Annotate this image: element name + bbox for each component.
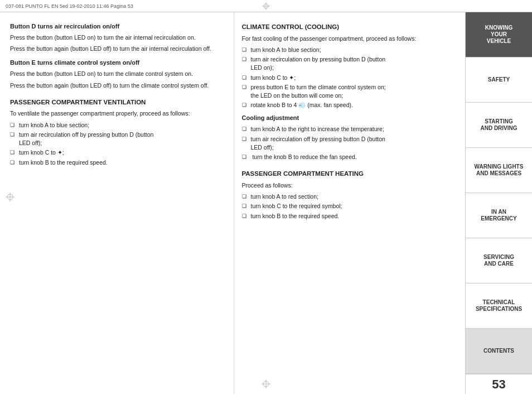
header-bar: 037-081 PUNTO FL EN 5ed 19-02-2010 11:46… [0, 0, 532, 12]
list-item: turn air recirculation off by pressing b… [10, 131, 226, 147]
climate-cooling-heading: CLIMATE CONTROL (cooling) [242, 22, 458, 32]
list-item: turn air recirculation off by pressing b… [242, 135, 458, 152]
page-number: 53 [466, 374, 532, 394]
left-column: Button D turns air recirculation on/off … [0, 12, 234, 394]
list-item: turn knob B to the required speed. [242, 212, 458, 220]
bottom-crosshair [262, 379, 270, 388]
ventilation-list: turn knob A to blue section; turn air re… [10, 121, 226, 167]
ventilation-heading: PASSENGER COMPARTMENT VENTILATION [10, 98, 226, 107]
button-e-para2: Press the button again (button LED off) … [10, 81, 226, 90]
list-item: turn knob B to the required speed. [10, 158, 226, 167]
list-item: turn the knob B to reduce the fan speed. [242, 153, 458, 161]
button-d-title: Button D turns air recirculation on/off [10, 22, 226, 31]
list-item: turn knob C to ✦; [242, 74, 458, 82]
sidebar-item-emergency[interactable]: IN ANEMERGENCY [466, 193, 532, 238]
heating-list: turn knob A to red section; turn knob C … [242, 193, 458, 220]
button-d-para1: Press the button (button LED on) to turn… [10, 33, 226, 42]
list-item: turn knob A to the right to increase the… [242, 125, 458, 133]
left-crosshair [6, 193, 14, 201]
sidebar-item-warning[interactable]: WARNING LIGHTSAND MESSAGES [466, 148, 532, 193]
list-item: rotate knob B to 4 💨 (max. fan speed). [242, 101, 458, 109]
ventilation-intro: To ventilate the passenger compartment p… [10, 109, 226, 118]
list-item: turn knob A to red section; [242, 193, 458, 201]
climate-cooling-intro: For fast cooling of the passenger compar… [242, 35, 458, 43]
sidebar-item-safety[interactable]: SAFETY [466, 57, 532, 103]
page-wrapper: 037-081 PUNTO FL EN 5ed 19-02-2010 11:46… [0, 0, 532, 394]
cooling-adjustment-heading: Cooling adjustment [242, 114, 458, 123]
right-column: CLIMATE CONTROL (cooling) For fast cooli… [234, 12, 466, 394]
header-crosshair [262, 2, 270, 10]
button-e-title: Button E turns climate control system on… [10, 59, 226, 68]
heating-heading: PASSENGER COMPARTMENT HEATING [242, 169, 458, 179]
sidebar-item-starting[interactable]: STARTINGAND DRIVING [466, 103, 532, 148]
header-text: 037-081 PUNTO FL EN 5ed 19-02-2010 11:46… [6, 3, 133, 9]
sidebar-item-servicing[interactable]: SERVICINGAND CARE [466, 238, 532, 284]
button-d-para2: Press the button again (button LED off) … [10, 45, 226, 53]
sidebar-item-technical[interactable]: TECHNICALSPECIFICATIONS [466, 284, 532, 329]
list-item: turn knob A to blue section; [10, 121, 226, 129]
list-item: turn air recirculation on by pressing bu… [242, 55, 458, 72]
heating-intro: Proceed as follows: [242, 181, 458, 190]
main-content: Button D turns air recirculation on/off … [0, 12, 465, 394]
button-e-para1: Press the button (button LED on) to turn… [10, 70, 226, 78]
cooling-adjustment-list: turn knob A to the right to increase the… [242, 125, 458, 161]
sidebar-item-contents[interactable]: CONTENTS [466, 329, 532, 374]
list-item: turn knob C to ✦; [10, 148, 226, 157]
list-item: press button E to turn the climate contr… [242, 83, 458, 100]
sidebar: KNOWINGYOURVEHICLE SAFETY STARTINGAND DR… [465, 12, 532, 394]
list-item: turn knob A to blue section; [242, 46, 458, 54]
climate-cooling-list: turn knob A to blue section; turn air re… [242, 46, 458, 110]
sidebar-item-knowing[interactable]: KNOWINGYOURVEHICLE [466, 12, 532, 57]
list-item: turn knob C to the required symbol; [242, 202, 458, 210]
